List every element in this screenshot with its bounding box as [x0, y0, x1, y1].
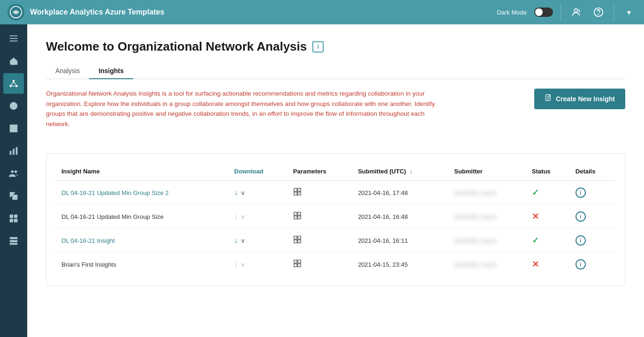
help-icon[interactable] [591, 5, 606, 20]
description-block: Organizational Network Analysis Insights… [46, 89, 449, 142]
download-caret-icon[interactable]: ∨ [241, 237, 245, 244]
toggle-knob [535, 8, 543, 16]
details-info-icon[interactable]: i [576, 211, 586, 222]
svg-line-11 [14, 82, 16, 85]
dark-mode-toggle[interactable] [534, 7, 553, 17]
submitter-cell: submitter name [448, 253, 526, 277]
svg-rect-20 [10, 151, 12, 155]
create-btn-doc-icon [545, 94, 552, 104]
page-header: Welcome to Organizational Network Analys… [46, 39, 625, 54]
svg-rect-26 [10, 215, 13, 218]
svg-point-9 [15, 85, 18, 87]
params-icon[interactable] [293, 213, 302, 221]
download-arrow-icon[interactable]: ↓ [234, 188, 238, 197]
params-icon[interactable] [293, 189, 302, 197]
svg-rect-30 [10, 237, 18, 240]
col-header-name: Insight Name [56, 163, 228, 181]
svg-rect-4 [10, 36, 18, 37]
user-icon[interactable] [568, 5, 583, 20]
params-cell [288, 181, 352, 205]
details-info-icon[interactable]: i [576, 235, 586, 246]
tabs: Analysis Insights [46, 63, 625, 79]
download-caret-icon: ∨ [241, 261, 245, 268]
sidebar-item-target[interactable] [3, 96, 24, 116]
svg-point-15 [13, 105, 15, 107]
svg-rect-22 [16, 147, 18, 155]
table-row: DL 04-16-21 Insight ↓ ∨ [56, 229, 615, 253]
desc-and-btn: Organizational Network Analysis Insights… [46, 89, 625, 142]
svg-rect-32 [10, 243, 18, 245]
topbar-chevron-icon[interactable]: ▾ [621, 5, 636, 20]
sidebar-item-grid[interactable] [3, 208, 24, 229]
insights-table: Insight Name Download Parameters Submitt… [56, 163, 615, 276]
submitted-cell: 2021-04-16, 16:48 [352, 205, 448, 229]
download-arrow-icon: ↓ [234, 212, 238, 221]
svg-rect-43 [294, 216, 297, 219]
details-info-icon[interactable]: i [576, 259, 586, 270]
insight-name: DL 04-16-21 Updated Min Group Size [56, 205, 228, 229]
svg-point-24 [15, 171, 17, 173]
create-new-insight-button[interactable]: Create New Insight [534, 89, 625, 109]
params-icon[interactable] [293, 237, 302, 245]
svg-rect-29 [14, 219, 17, 222]
sidebar-item-hamburger[interactable] [3, 28, 24, 49]
svg-point-23 [11, 171, 14, 173]
sidebar-item-people[interactable] [3, 163, 24, 184]
status-x-icon: ✕ [532, 212, 539, 221]
table-header-row: Insight Name Download Parameters Submitt… [56, 163, 615, 181]
svg-rect-39 [294, 192, 297, 195]
status-cell: ✓ [526, 181, 570, 205]
svg-rect-47 [294, 240, 297, 243]
col-header-submitter: Submitter [448, 163, 526, 181]
svg-point-3 [599, 14, 599, 15]
svg-rect-50 [298, 260, 301, 263]
status-cell: ✓ [526, 229, 570, 253]
svg-point-8 [9, 85, 12, 87]
params-cell [288, 229, 352, 253]
col-header-submitted[interactable]: Submitted (UTC) ↓ [352, 163, 448, 181]
svg-rect-6 [10, 41, 18, 42]
create-btn-label: Create New Insight [556, 95, 615, 103]
svg-rect-38 [298, 188, 301, 191]
svg-rect-28 [10, 219, 13, 222]
tab-insights[interactable]: Insights [89, 63, 133, 79]
details-cell: i [570, 253, 615, 277]
details-info-icon[interactable]: i [576, 187, 586, 198]
svg-rect-37 [294, 188, 297, 191]
sidebar-item-chart[interactable] [3, 141, 24, 161]
submitter-cell: submitter name [448, 205, 526, 229]
svg-rect-45 [294, 236, 297, 239]
svg-rect-25 [12, 195, 17, 200]
svg-rect-5 [10, 38, 18, 39]
download-caret-icon: ∨ [241, 213, 245, 220]
col-header-status: Status [526, 163, 570, 181]
download-cell: ↓ ∨ [228, 205, 288, 229]
insight-name: Brian's First Insights [56, 253, 228, 277]
status-x-icon: ✕ [532, 260, 539, 269]
sidebar-item-network[interactable] [3, 73, 24, 94]
page-info-icon[interactable]: i [312, 41, 324, 52]
sidebar-item-table[interactable] [3, 118, 24, 139]
sidebar-item-copy[interactable] [3, 186, 24, 206]
svg-rect-31 [10, 240, 18, 242]
submitted-cell: 2021-04-16, 16:11 [352, 229, 448, 253]
download-caret-icon[interactable]: ∨ [241, 189, 245, 196]
col-header-download: Download [228, 163, 288, 181]
svg-line-10 [11, 82, 14, 85]
topbar-separator-2 [614, 4, 614, 21]
details-cell: i [570, 229, 615, 253]
insight-name-link[interactable]: DL 04-16-21 Insight [56, 229, 228, 253]
status-check-icon: ✓ [532, 188, 539, 197]
params-icon[interactable] [293, 261, 302, 269]
download-arrow-icon[interactable]: ↓ [234, 236, 238, 245]
params-cell [288, 253, 352, 277]
download-cell: ↓ ∨ [228, 253, 288, 277]
svg-rect-51 [294, 264, 297, 267]
sidebar-item-home[interactable] [3, 51, 24, 71]
svg-rect-27 [14, 215, 17, 218]
insight-name-link[interactable]: DL 04-16-21 Updated Min Group Size 2 [56, 181, 228, 205]
svg-rect-52 [298, 264, 301, 267]
sidebar-item-layers[interactable] [3, 231, 24, 251]
status-check-icon: ✓ [532, 236, 539, 245]
tab-analysis[interactable]: Analysis [46, 63, 89, 79]
